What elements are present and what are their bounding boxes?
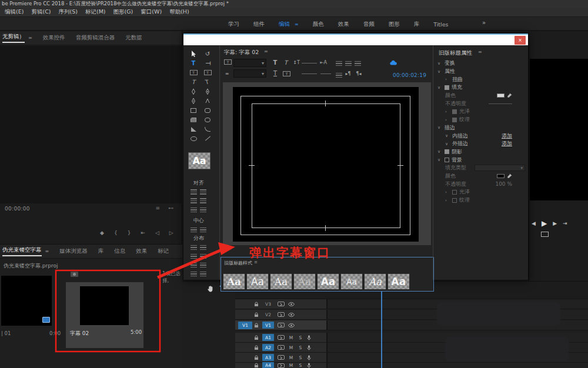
paragraph-rtl-icon[interactable]: ¶◂ xyxy=(355,70,363,78)
lock-icon[interactable] xyxy=(254,363,259,368)
add-inner-stroke-link[interactable]: 添加 xyxy=(502,132,512,140)
eyedropper-icon[interactable] xyxy=(507,173,512,179)
titler-titlebar[interactable]: × xyxy=(183,34,528,45)
prop-fill-opacity[interactable]: 不透明度 xyxy=(433,99,529,108)
track-name[interactable]: V1 xyxy=(262,322,274,329)
menu-window[interactable]: 窗口(W) xyxy=(141,8,162,16)
rounded-rect-tool-icon[interactable] xyxy=(201,106,214,114)
current-style-swatch[interactable]: Aa xyxy=(188,152,211,169)
ellipse-tool-icon[interactable] xyxy=(187,135,200,142)
mute-button[interactable]: M xyxy=(288,355,294,360)
menu-help[interactable]: 帮助(H) xyxy=(169,8,189,16)
track-output-icon[interactable] xyxy=(278,363,285,368)
source-compare-icon[interactable]: ⊷ xyxy=(168,205,173,211)
mic-icon[interactable] xyxy=(307,345,311,350)
pen-tool-icon[interactable] xyxy=(187,88,200,95)
mark-in-icon[interactable]: { xyxy=(114,230,118,236)
fill-color-swatch[interactable] xyxy=(497,93,505,98)
track-header-a4[interactable]: A4 M S xyxy=(235,363,588,368)
eye-icon[interactable] xyxy=(288,313,295,317)
pgm-step-back-icon[interactable]: ◀ xyxy=(532,220,536,226)
arc-tool-icon[interactable] xyxy=(201,125,214,133)
font-size-slider[interactable] xyxy=(302,63,317,63)
lock-icon[interactable] xyxy=(254,335,259,340)
tab-media-browser[interactable]: 媒体浏览器 xyxy=(59,247,88,255)
menu-sequence[interactable]: 序列(S) xyxy=(58,8,77,16)
source-patch-badge[interactable]: V1 xyxy=(238,322,252,329)
prop-sheen[interactable]: ›光泽 xyxy=(433,108,529,116)
prop-background[interactable]: ∨背景 xyxy=(433,156,529,164)
pgm-step-forward-icon[interactable]: ▶ xyxy=(553,220,557,226)
add-outer-stroke-link[interactable]: 添加 xyxy=(502,140,512,148)
vertical-path-type-tool-icon[interactable]: T xyxy=(201,78,214,86)
tab-info[interactable]: 信息 xyxy=(114,247,125,255)
style-swatch[interactable]: Aa xyxy=(364,273,386,290)
dist-gap-v-icon[interactable] xyxy=(200,271,206,276)
menu-marker[interactable]: 标记(M) xyxy=(85,8,106,16)
align-left-text-icon[interactable] xyxy=(336,61,342,66)
prop-outer-stroke[interactable]: ∨外描边 添加 xyxy=(433,140,529,148)
playhead[interactable] xyxy=(381,282,382,368)
align-center-text-icon[interactable] xyxy=(345,61,352,66)
font-style-select[interactable]: ▾ xyxy=(233,69,266,78)
italic-button[interactable]: T xyxy=(282,59,290,67)
track-name[interactable]: A3 xyxy=(262,354,274,361)
workspace-tab-graphics[interactable]: 图形 xyxy=(389,21,400,28)
tab-project[interactable]: 伪光束镂空字幕 xyxy=(2,246,42,256)
workspace-tab-audio[interactable]: 音频 xyxy=(363,21,375,28)
prop-bg-fill-type[interactable]: 填充类型 ▾ xyxy=(433,164,529,172)
dist-gap-h-icon[interactable] xyxy=(191,271,197,276)
track-output-icon[interactable] xyxy=(278,302,285,306)
menu-edit[interactable]: 编辑(E) xyxy=(5,8,24,16)
clipped-rect-tool-icon[interactable] xyxy=(187,116,200,123)
bg-fill-type-select[interactable]: ▾ xyxy=(475,165,525,171)
dist-bottom-icon[interactable] xyxy=(200,262,206,267)
path-type-tool-icon[interactable]: T xyxy=(187,78,200,86)
track-output-icon[interactable] xyxy=(278,335,285,340)
lock-icon[interactable] xyxy=(254,355,259,360)
bg-color-swatch[interactable] xyxy=(497,174,505,178)
underline-button[interactable]: T xyxy=(271,69,279,78)
export-frame-icon[interactable] xyxy=(541,232,549,237)
prop-strokes[interactable]: ∨描边 xyxy=(433,124,529,132)
bold-button[interactable]: T xyxy=(271,59,279,67)
prop-fill[interactable]: ∨填充 xyxy=(433,83,529,92)
rectangle-tool-icon[interactable] xyxy=(187,106,200,114)
track-lane[interactable] xyxy=(326,363,588,368)
go-to-in-icon[interactable]: ⇤ xyxy=(141,230,145,236)
mic-icon[interactable] xyxy=(307,355,311,360)
leading-slider[interactable] xyxy=(302,73,317,74)
add-anchor-tool-icon[interactable] xyxy=(201,88,214,95)
show-background-video-icon[interactable] xyxy=(336,72,342,78)
mute-button[interactable]: M xyxy=(288,363,294,368)
texture-checkbox[interactable] xyxy=(452,118,457,122)
dist-top-icon[interactable] xyxy=(200,245,206,250)
workspace-tab-editing[interactable]: 编辑 xyxy=(279,21,290,28)
pgm-extract-icon[interactable]: ⇥ xyxy=(563,220,567,226)
dist-right-icon[interactable] xyxy=(191,262,197,267)
track-name[interactable]: V2 xyxy=(262,311,274,318)
panel-menu-icon[interactable]: ≡ xyxy=(28,35,32,41)
title-drawing-area[interactable] xyxy=(223,82,431,245)
vertical-area-type-tool-icon[interactable]: T xyxy=(201,69,214,76)
properties-menu-icon[interactable]: ≡ xyxy=(478,49,482,55)
prop-texture[interactable]: ›纹理 xyxy=(433,116,529,124)
tab-effects[interactable]: 效果 xyxy=(136,247,147,255)
tab-source-no-clip[interactable]: 无剪辑） xyxy=(2,33,25,43)
play-icon[interactable]: ▷ xyxy=(169,230,173,236)
pgm-play-icon[interactable]: ▶ xyxy=(542,219,547,228)
tab-effect-controls[interactable]: 效果控件 xyxy=(43,34,65,42)
solo-button[interactable]: S xyxy=(298,355,303,360)
prop-transform[interactable]: ∨变换 xyxy=(433,59,529,68)
workspace-overflow-icon[interactable]: » xyxy=(482,19,486,26)
style-swatch[interactable]: Aa xyxy=(246,273,269,290)
dist-middle-v-icon[interactable] xyxy=(200,253,206,259)
track-output-icon[interactable] xyxy=(278,323,285,327)
prop-inner-stroke[interactable]: ∨内描边 添加 xyxy=(433,132,529,140)
prop-shadow[interactable]: ∨阴影 xyxy=(433,148,529,156)
style-swatch[interactable]: Aa xyxy=(387,273,410,290)
sheen-checkbox[interactable] xyxy=(452,109,457,114)
project-menu-icon[interactable]: ≡ xyxy=(45,249,49,254)
tab-stops-button[interactable]: ≡ xyxy=(223,70,231,78)
workspace-tab-libraries[interactable]: 库 xyxy=(414,21,420,28)
